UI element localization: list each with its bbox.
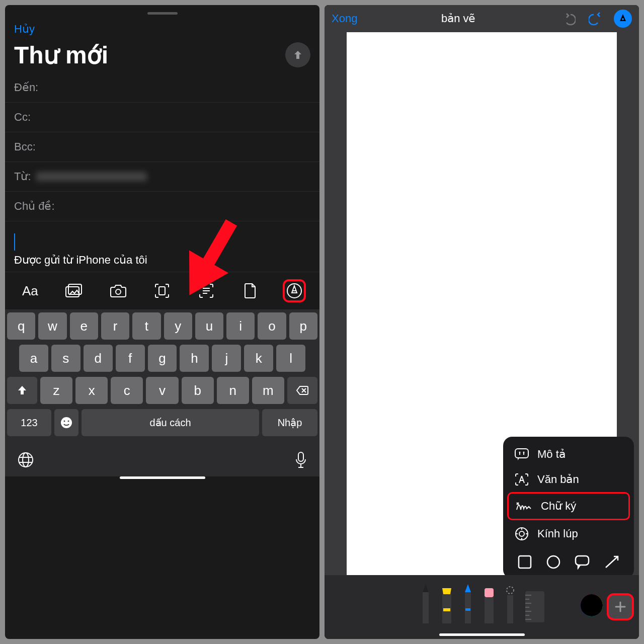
markup-title: bản vẽ [441,12,476,25]
key-c[interactable]: c [111,377,143,404]
sheet-grabber[interactable] [147,12,178,15]
shape-speech[interactable] [574,554,590,570]
tool-tray [325,575,639,630]
svg-point-2 [116,289,121,294]
home-indicator[interactable] [439,633,525,636]
markup-toggle-button[interactable] [614,10,632,28]
shift-icon [17,385,28,396]
document-icon [244,283,257,299]
from-address-blurred [36,172,147,181]
key-n[interactable]: n [217,377,249,404]
key-shift[interactable] [7,377,37,404]
key-h[interactable]: h [180,345,209,372]
key-k[interactable]: k [244,345,273,372]
to-field[interactable]: Đến: [5,73,319,103]
speech-icon [574,554,590,570]
redo-button[interactable] [587,10,605,28]
key-o[interactable]: o [258,312,286,340]
color-picker[interactable] [581,594,603,616]
markup-header: Xong bản vẽ [325,5,639,32]
subject-field[interactable]: Chủ đề: [5,192,319,221]
camera-button[interactable] [107,279,130,302]
key-z[interactable]: z [40,377,72,404]
key-u[interactable]: u [195,312,223,340]
arrow-up-icon [292,49,304,61]
menu-describe[interactable]: Mô tả [507,442,630,467]
square-icon [517,554,532,570]
key-f[interactable]: f [116,345,145,372]
key-y[interactable]: y [164,312,192,340]
markup-button[interactable] [283,279,306,302]
key-i[interactable]: i [226,312,255,340]
add-menu-popup: Mô tả Văn bản Chữ ký Kính lúp [503,437,634,579]
key-j[interactable]: j [212,345,241,372]
done-button[interactable]: Xong [332,12,357,25]
svg-point-18 [547,556,559,568]
key-space[interactable]: dấu cách [82,409,259,436]
key-r[interactable]: r [101,312,129,340]
cancel-button[interactable]: Hủy [14,23,35,35]
shape-circle[interactable] [546,554,561,570]
key-e[interactable]: e [70,312,98,340]
menu-magnifier[interactable]: Kính lúp [507,520,630,547]
undo-button[interactable] [559,10,578,28]
tool-lasso[interactable] [503,586,517,623]
keyboard[interactable]: q w e r t y u i o p a s d f g h j k l z [5,309,319,447]
redo-icon [589,12,603,26]
shape-arrow[interactable] [604,554,620,570]
menu-magnifier-label: Kính lúp [537,527,578,540]
shape-square[interactable] [517,554,532,570]
key-w[interactable]: w [38,312,66,340]
key-numbers[interactable]: 123 [7,409,51,436]
pen-tip-icon [617,13,628,24]
tool-pen[interactable] [419,583,433,623]
svg-point-11 [622,18,624,20]
key-p[interactable]: p [289,312,317,340]
format-button[interactable]: Aa [19,279,42,302]
emoji-icon [60,416,73,429]
globe-button[interactable] [17,451,34,469]
key-t[interactable]: t [132,312,160,340]
key-delete[interactable] [287,377,317,404]
attach-file-button[interactable] [239,279,262,302]
compose-email-screen: Hủy Thư mới Đến: Cc: Bcc: Từ: Chủ đề: Đư… [5,5,319,639]
email-body[interactable]: Được gửi từ iPhone của tôi [5,221,319,272]
photo-library-button[interactable] [62,279,86,302]
key-b[interactable]: b [182,377,214,404]
menu-describe-label: Mô tả [537,448,566,461]
key-emoji[interactable] [54,409,78,436]
tool-marker[interactable] [440,585,454,623]
svg-rect-19 [576,556,589,565]
menu-text[interactable]: Văn bản [507,467,630,492]
key-l[interactable]: l [276,345,305,372]
key-s[interactable]: s [51,345,80,372]
key-g[interactable]: g [148,345,177,372]
key-enter[interactable]: Nhập [262,409,317,436]
menu-signature-label: Chữ ký [541,500,576,513]
svg-point-27 [507,587,514,594]
key-v[interactable]: v [146,377,178,404]
compose-title: Thư mới [14,41,108,69]
key-q[interactable]: q [7,312,35,340]
from-field[interactable]: Từ: [5,162,319,192]
svg-point-6 [64,421,65,422]
svg-rect-12 [515,449,528,458]
bcc-field[interactable]: Bcc: [5,132,319,162]
key-x[interactable]: x [75,377,108,404]
home-indicator[interactable] [120,476,205,479]
delete-icon [296,385,309,395]
key-d[interactable]: d [84,345,113,372]
tool-pencil[interactable] [461,584,475,623]
send-button[interactable] [285,42,310,67]
key-m[interactable]: m [252,377,284,404]
cc-field[interactable]: Cc: [5,103,319,132]
menu-signature[interactable]: Chữ ký [507,492,630,520]
svg-rect-24 [485,597,494,623]
svg-rect-22 [465,592,471,623]
dictation-button[interactable] [294,451,307,469]
tool-ruler[interactable] [524,588,545,623]
text-box-icon [514,473,529,486]
add-button[interactable] [607,593,634,620]
tool-eraser[interactable] [482,587,496,623]
key-a[interactable]: a [19,345,48,372]
